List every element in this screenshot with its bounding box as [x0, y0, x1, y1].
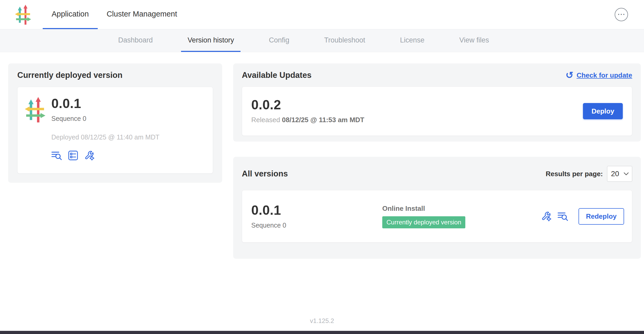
- config-wrench-icon[interactable]: [541, 211, 551, 221]
- results-per-page-select[interactable]: 20: [607, 166, 632, 182]
- deployed-version-panel: 0.0.1 Sequence 0 Deployed 08/12/25 @ 11:…: [17, 87, 213, 174]
- app-logo: [14, 0, 32, 29]
- deployed-status-badge: Currently deployed version: [382, 216, 465, 228]
- version-row-actions: Redeploy: [541, 208, 624, 225]
- deployed-version-actions: [51, 150, 160, 160]
- right-column: Available Updates ↺ Check for update 0.0…: [233, 63, 641, 259]
- update-released-line: Released 08/12/25 @ 11:53 am MDT: [251, 116, 364, 124]
- deployed-timestamp: Deployed 08/12/25 @ 11:40 am MDT: [51, 133, 160, 141]
- primary-nav: Application Cluster Management: [43, 0, 186, 29]
- console-version: v1.125.2: [310, 317, 334, 325]
- bottom-bar: [0, 331, 644, 334]
- version-row-status: Online Install Currently deployed versio…: [382, 204, 541, 228]
- release-notes-icon[interactable]: [558, 211, 568, 221]
- deployed-version-info: 0.0.1 Sequence 0 Deployed 08/12/25 @ 11:…: [51, 97, 160, 163]
- update-info: 0.0.2 Released 08/12/25 @ 11:53 am MDT: [251, 98, 364, 124]
- deployed-sequence: Sequence 0: [51, 115, 160, 122]
- subnav-view-files-label: View files: [459, 36, 489, 44]
- app-version-icon: [24, 97, 46, 122]
- tab-application-label: Application: [52, 10, 89, 18]
- main-content: Currently deployed version 0.0.1 Sequenc…: [0, 52, 644, 311]
- chevron-down-icon: [624, 172, 629, 175]
- deploy-button[interactable]: Deploy: [583, 103, 623, 119]
- check-for-update-label: Check for update: [577, 71, 632, 79]
- refresh-icon: ↺: [565, 71, 573, 80]
- available-updates-title: Available Updates: [242, 71, 312, 80]
- all-versions-card: All versions Results per page: 20 0.0.: [233, 157, 641, 259]
- tab-application[interactable]: Application: [43, 0, 98, 29]
- results-per-page-value: 20: [611, 170, 619, 178]
- subnav-item-version-history[interactable]: Version history: [181, 29, 241, 52]
- check-for-update-link[interactable]: ↺ Check for update: [565, 71, 632, 80]
- available-updates-header: Available Updates ↺ Check for update: [242, 71, 632, 80]
- released-prefix: Released: [251, 116, 280, 124]
- page-footer: v1.125.2: [0, 311, 644, 331]
- currently-deployed-card: Currently deployed version 0.0.1 Sequenc…: [8, 63, 222, 183]
- app-subnav: Dashboard Version history Config Trouble…: [0, 29, 644, 52]
- subnav-version-history-label: Version history: [188, 36, 234, 44]
- released-date: 08/12/25 @ 11:53 am MDT: [282, 116, 364, 124]
- subnav-config-label: Config: [269, 36, 289, 44]
- subnav-license-label: License: [400, 36, 424, 44]
- subnav-item-view-files[interactable]: View files: [453, 29, 496, 52]
- tab-cluster-management-label: Cluster Management: [107, 10, 177, 18]
- overflow-menu-button[interactable]: ⋯: [615, 8, 628, 21]
- subnav-item-troubleshoot[interactable]: Troubleshoot: [318, 29, 372, 52]
- preflight-checks-icon[interactable]: [68, 150, 78, 160]
- config-wrench-icon[interactable]: [84, 150, 94, 160]
- version-row-info: 0.0.1 Sequence 0: [251, 204, 382, 229]
- deployed-version-number: 0.0.1: [51, 97, 160, 110]
- top-header: Application Cluster Management ⋯: [0, 0, 644, 29]
- results-per-page-label: Results per page:: [546, 170, 603, 178]
- redeploy-button[interactable]: Redeploy: [578, 208, 624, 225]
- admin-console-page: Application Cluster Management ⋯ Dashboa…: [0, 0, 644, 334]
- update-version-number: 0.0.2: [251, 98, 364, 111]
- all-versions-header: All versions Results per page: 20: [242, 166, 632, 182]
- tab-cluster-management[interactable]: Cluster Management: [98, 0, 186, 29]
- deployed-card-title: Currently deployed version: [17, 71, 213, 80]
- results-per-page-group: Results per page: 20: [546, 166, 632, 182]
- subnav-troubleshoot-label: Troubleshoot: [324, 36, 365, 44]
- subnav-item-config[interactable]: Config: [262, 29, 296, 52]
- row-sequence: Sequence 0: [251, 222, 382, 229]
- install-type-label: Online Install: [382, 204, 541, 213]
- subnav-item-license[interactable]: License: [394, 29, 431, 52]
- subnav-dashboard-label: Dashboard: [118, 36, 153, 44]
- app-logo-icon: [14, 5, 32, 25]
- release-notes-icon[interactable]: [51, 150, 62, 160]
- ellipsis-icon: ⋯: [618, 10, 625, 18]
- subnav-item-dashboard[interactable]: Dashboard: [112, 29, 159, 52]
- version-row: 0.0.1 Sequence 0 Online Install Currentl…: [242, 190, 632, 243]
- available-updates-card: Available Updates ↺ Check for update 0.0…: [233, 63, 641, 142]
- update-row: 0.0.2 Released 08/12/25 @ 11:53 am MDT D…: [242, 87, 632, 136]
- all-versions-title: All versions: [242, 169, 288, 179]
- row-version-number: 0.0.1: [251, 204, 382, 217]
